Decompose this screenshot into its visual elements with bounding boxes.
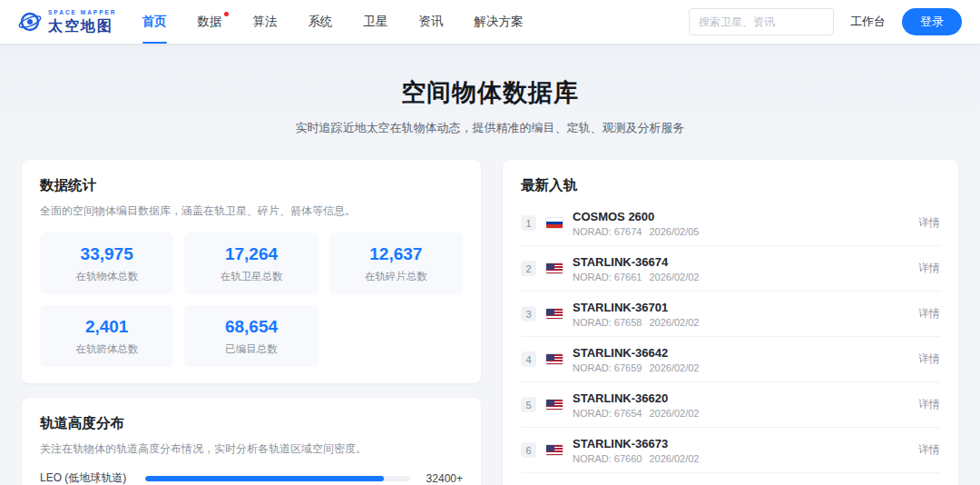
orbit-distribution-card: 轨道高度分布 关注在轨物体的轨道高度分布情况，实时分析各轨道区域空间密度。 LE… [22,398,481,485]
stat-label: 在轨卫星总数 [190,270,312,283]
satellite-row[interactable]: 4 STARLINK-36642 NORAD: 67659 2026/02/02… [521,337,940,382]
detail-link[interactable]: 详情 [918,215,940,231]
satellite-meta: NORAD: 67658 2026/02/02 [573,317,700,328]
rank-badge: 3 [521,306,536,322]
nav-item[interactable]: 解决方案 [475,0,524,44]
nav-item-label: 首页 [142,14,167,30]
page-subtitle: 实时追踪近地太空在轨物体动态，提供精准的编目、定轨、观测及分析服务 [0,120,980,136]
nav-item[interactable]: 数据 [198,0,222,44]
nav-item[interactable]: 算法 [253,0,278,44]
orbit-date: 2026/02/02 [649,408,699,419]
main-content: 数据统计 全面的空间物体编目数据库，涵盖在轨卫星、碎片、箭体等信息。 33,97… [0,160,980,485]
satellite-meta: NORAD: 67674 2026/02/05 [573,226,700,237]
country-flag-icon [545,399,564,411]
nav-item-label: 解决方案 [475,14,524,30]
stat-label: 在轨碎片总数 [335,270,457,283]
country-flag-icon [545,308,564,320]
detail-link[interactable]: 详情 [918,397,940,412]
nav-item-label: 资讯 [419,14,444,30]
notification-dot [224,12,229,16]
satellite-info: STARLINK-36701 NORAD: 67658 2026/02/02 [573,301,700,328]
rank-badge: 6 [521,442,536,458]
rank-badge: 2 [521,261,536,276]
brand-logo[interactable]: SPACE MAPPER 太空地图 [18,0,117,44]
stat-box: 17,264 在轨卫星总数 [184,233,318,294]
orbit-bar-fill [145,476,384,481]
country-flag-icon [545,444,564,456]
orbit-bar-label: LEO (低地球轨道) [40,470,145,485]
latest-in-orbit-card: 最新入轨 1 COSMOS 2600 NORAD: 67674 2026/02/… [503,160,958,485]
nav-item[interactable]: 资讯 [419,0,444,44]
country-flag-icon [545,217,564,229]
satellite-row[interactable]: 6 STARLINK-36673 NORAD: 67660 2026/02/02… [521,428,940,473]
detail-link[interactable]: 详情 [918,261,940,276]
nav-item[interactable]: 卫星 [364,0,388,44]
workspace-link[interactable]: 工作台 [850,14,886,30]
satellite-info: COSMOS 2600 NORAD: 67674 2026/02/05 [573,210,700,237]
satellite-row[interactable]: 1 COSMOS 2600 NORAD: 67674 2026/02/05 详情 [521,201,940,246]
login-button[interactable]: 登录 [902,8,962,35]
satellite-list: 1 COSMOS 2600 NORAD: 67674 2026/02/05 详情 [521,201,940,485]
right-column: 最新入轨 1 COSMOS 2600 NORAD: 67674 2026/02/… [503,160,958,485]
hero-section: 空间物体数据库 实时追踪近地太空在轨物体动态，提供精准的编目、定轨、观测及分析服… [0,44,980,160]
stat-value: 12,637 [335,244,457,264]
detail-link[interactable]: 详情 [918,442,940,458]
search-box[interactable] [689,8,834,35]
main-nav: 首页 数据 算法 系统 卫星 资讯 [142,0,524,44]
brand-name-en: SPACE MAPPER [48,10,117,16]
orbit-card-title: 轨道高度分布 [40,414,463,433]
satellite-row[interactable]: 7 STARLINK-36719 NORAD: 67648 2026/02/02… [521,473,940,485]
country-flag-icon [545,353,564,365]
country-flag-icon [545,262,564,274]
norad-id: NORAD: 67674 [573,226,642,237]
stat-value: 17,264 [190,244,312,264]
satellite-name: STARLINK-36674 [573,255,700,269]
satellite-meta: NORAD: 67660 2026/02/02 [573,453,700,464]
norad-id: NORAD: 67658 [573,317,642,328]
orbit-date: 2026/02/02 [649,317,699,328]
satellite-meta: NORAD: 67659 2026/02/02 [573,362,700,373]
detail-link[interactable]: 详情 [918,351,940,367]
stat-label: 已编目总数 [190,342,312,356]
orbit-bar-track [145,476,410,481]
satellite-row[interactable]: 5 STARLINK-36620 NORAD: 67654 2026/02/02… [521,382,940,428]
nav-item[interactable]: 首页 [142,0,167,44]
detail-link[interactable]: 详情 [918,306,940,322]
nav-item-label: 数据 [198,14,222,30]
satellite-name: STARLINK-36673 [573,437,700,450]
page-title: 空间物体数据库 [0,76,980,109]
data-statistics-card: 数据统计 全面的空间物体编目数据库，涵盖在轨卫星、碎片、箭体等信息。 33,97… [22,160,481,383]
header-actions: 工作台 登录 [689,0,962,44]
stat-box: 33,975 在轨物体总数 [40,233,173,294]
satellite-row[interactable]: 2 STARLINK-36674 NORAD: 67661 2026/02/02… [521,246,940,292]
satellite-info: STARLINK-36642 NORAD: 67659 2026/02/02 [573,346,700,373]
nav-item[interactable]: 系统 [309,0,333,44]
stat-label: 在轨物体总数 [45,270,168,283]
satellite-info: STARLINK-36719 NORAD: 67648 2026/02/02 [573,482,700,485]
orbit-date: 2026/02/02 [649,362,699,373]
norad-id: NORAD: 67659 [573,362,642,373]
stat-label: 在轨箭体总数 [45,342,168,356]
satellite-meta: NORAD: 67654 2026/02/02 [573,408,700,419]
nav-item-label: 算法 [253,14,278,30]
rank-badge: 5 [521,397,536,412]
orbit-bar-row: LEO (低地球轨道) 32400+ [40,470,463,485]
satellite-row[interactable]: 3 STARLINK-36701 NORAD: 67658 2026/02/02… [521,292,940,337]
satellite-info: STARLINK-36674 NORAD: 67661 2026/02/02 [573,255,700,282]
norad-id: NORAD: 67661 [573,272,642,282]
stat-value: 33,975 [45,244,168,264]
rank-badge: 1 [521,215,536,231]
norad-id: NORAD: 67654 [573,408,642,419]
satellite-name: STARLINK-36620 [573,391,700,405]
nav-item-label: 卫星 [364,14,388,30]
search-input[interactable] [699,15,824,28]
stat-box: 12,637 在轨碎片总数 [329,233,463,294]
satellite-name: STARLINK-36719 [573,482,700,485]
satellite-info: STARLINK-36620 NORAD: 67654 2026/02/02 [573,391,700,419]
orbit-date: 2026/02/02 [649,453,699,464]
latest-card-title: 最新入轨 [521,176,940,195]
orbit-card-subtitle: 关注在轨物体的轨道高度分布情况，实时分析各轨道区域空间密度。 [40,441,463,457]
satellite-name: COSMOS 2600 [573,210,700,223]
nav-item-label: 系统 [309,14,333,30]
stat-value: 68,654 [190,317,312,337]
